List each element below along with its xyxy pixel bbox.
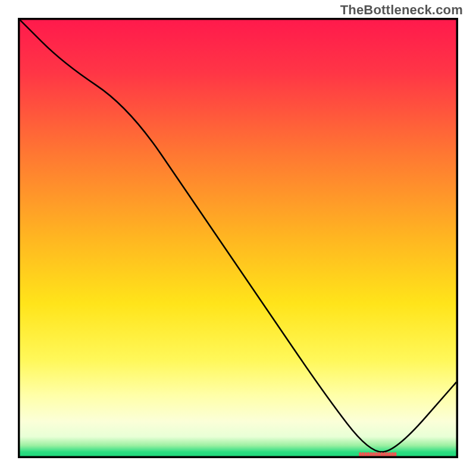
chart-plot-area bbox=[18, 18, 458, 458]
gradient-background bbox=[20, 20, 456, 456]
chart-svg bbox=[18, 18, 458, 458]
watermark-text: TheBottleneck.com bbox=[340, 2, 463, 18]
